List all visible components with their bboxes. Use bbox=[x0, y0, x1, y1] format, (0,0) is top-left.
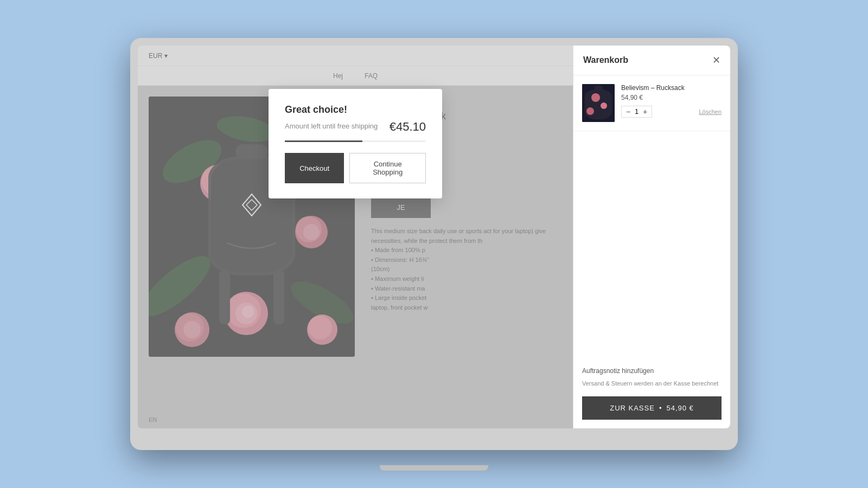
cart-item-price: 54,90 € bbox=[621, 94, 722, 101]
popup-overlay: Great choice! Amount left until free shi… bbox=[138, 46, 573, 428]
svg-rect-31 bbox=[594, 86, 603, 91]
svg-point-33 bbox=[601, 102, 607, 109]
checkout-btn-label: ZUR KASSE bbox=[610, 404, 655, 412]
laptop-screen: EUR ▾ Hej FAQ bbox=[138, 46, 730, 428]
cart-qty-control: − 1 + bbox=[621, 106, 652, 118]
cart-footer: Auftragsnotiz hinzufügen Versand & Steue… bbox=[573, 358, 730, 429]
cart-header: Warenkorb ✕ bbox=[573, 46, 730, 75]
progress-bar-container bbox=[285, 140, 426, 142]
cart-item: Believism – Rucksack 54,90 € − 1 + Lösch… bbox=[573, 75, 730, 131]
popup-amount: €45.10 bbox=[390, 120, 426, 134]
popup-card: Great choice! Amount left until free shi… bbox=[269, 89, 442, 198]
cart-checkout-btn[interactable]: ZUR KASSE • 54,90 € bbox=[582, 396, 722, 420]
checkout-btn-dot: • bbox=[659, 404, 662, 412]
svg-point-34 bbox=[586, 107, 594, 115]
cart-item-svg bbox=[582, 84, 615, 122]
popup-buttons: Checkout Continue Shopping bbox=[285, 153, 426, 183]
main-content: EUR ▾ Hej FAQ bbox=[138, 46, 573, 428]
cart-close-btn[interactable]: ✕ bbox=[712, 54, 720, 66]
cart-qty-decrease[interactable]: − bbox=[626, 108, 630, 115]
laptop-frame: EUR ▾ Hej FAQ bbox=[130, 38, 738, 450]
popup-subtitle: Amount left until free shipping bbox=[285, 122, 378, 130]
shipping-note: Versand & Steuern werden an der Kasse be… bbox=[582, 379, 722, 388]
svg-rect-30 bbox=[585, 89, 612, 119]
laptop-base bbox=[380, 465, 488, 471]
add-note-link[interactable]: Auftragsnotiz hinzufügen bbox=[582, 367, 722, 375]
cart-delete-btn[interactable]: Löschen bbox=[699, 108, 722, 115]
cart-title: Warenkorb bbox=[583, 55, 628, 65]
cart-sidebar: Warenkorb ✕ Believism – Rucksack bbox=[573, 46, 730, 428]
cart-item-name: Believism – Rucksack bbox=[621, 84, 722, 92]
cart-item-image bbox=[582, 84, 615, 122]
cart-qty-increase[interactable]: + bbox=[643, 108, 647, 115]
popup-checkout-btn[interactable]: Checkout bbox=[285, 153, 344, 183]
cart-item-controls: − 1 + Löschen bbox=[621, 106, 722, 118]
svg-point-32 bbox=[591, 93, 600, 102]
progress-bar-fill bbox=[285, 140, 362, 142]
cart-item-details: Believism – Rucksack 54,90 € − 1 + Lösch… bbox=[621, 84, 722, 118]
popup-title: Great choice! bbox=[285, 104, 426, 115]
cart-qty-val: 1 bbox=[635, 108, 639, 115]
checkout-btn-price: 54,90 € bbox=[666, 404, 693, 412]
popup-continue-shopping-btn[interactable]: Continue Shopping bbox=[349, 153, 426, 183]
shipping-info-row: Amount left until free shipping €45.10 bbox=[285, 120, 426, 134]
